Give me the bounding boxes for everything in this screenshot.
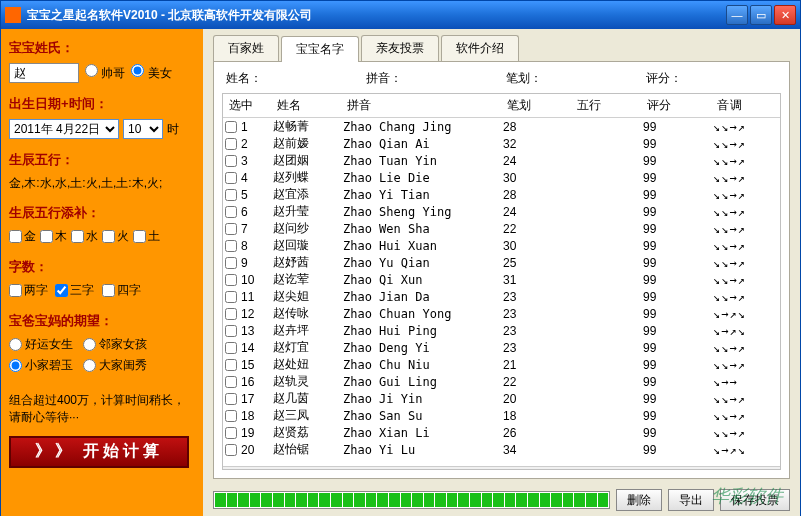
hope-label: 宝爸宝妈的期望： (9, 312, 195, 330)
table-row[interactable]: 7赵问纱Zhao Wen Sha2299↘↘→↗ (223, 220, 780, 237)
hope-c[interactable]: 小家碧玉 (9, 357, 73, 374)
row-checkbox[interactable] (225, 325, 237, 337)
row-checkbox[interactable] (225, 257, 237, 269)
window-title: 宝宝之星起名软件V2010 - 北京联高软件开发有限公司 (27, 7, 726, 24)
hope-d[interactable]: 大家闺秀 (83, 357, 147, 374)
table-row[interactable]: 17赵几茵Zhao Ji Yin2099↘↘→↗ (223, 390, 780, 407)
gender-boy[interactable]: 帅哥 (85, 64, 125, 82)
tab-2[interactable]: 亲友投票 (361, 35, 439, 61)
tab-3[interactable]: 软件介绍 (441, 35, 519, 61)
chars-four[interactable]: 四字 (102, 282, 141, 299)
row-checkbox[interactable] (225, 444, 237, 456)
row-checkbox[interactable] (225, 427, 237, 439)
wuxing-opt-土[interactable]: 土 (133, 228, 160, 245)
row-checkbox[interactable] (225, 121, 237, 133)
row-checkbox[interactable] (225, 206, 237, 218)
surname-input[interactable] (9, 63, 79, 83)
table-row[interactable]: 8赵回璇Zhao Hui Xuan3099↘↘→↗ (223, 237, 780, 254)
surname-label: 宝宝姓氏： (9, 39, 195, 57)
bottom-bar: 删除 导出 保存投票 (203, 485, 800, 516)
row-checkbox[interactable] (225, 274, 237, 286)
start-calculate-button[interactable]: 》》 开始计算 (9, 436, 189, 468)
tab-1[interactable]: 宝宝名字 (281, 36, 359, 62)
app-icon (5, 7, 21, 23)
horizontal-scrollbar[interactable] (223, 466, 780, 470)
grid-header[interactable]: 选中 姓名 拼音 笔划 五行 评分 音调 (223, 94, 780, 118)
chars-two[interactable]: 两字 (9, 282, 48, 299)
row-checkbox[interactable] (225, 393, 237, 405)
row-checkbox[interactable] (225, 342, 237, 354)
save-vote-button[interactable]: 保存投票 (720, 489, 790, 511)
wuxing-fill-label: 生辰五行添补： (9, 204, 195, 222)
wuxing-opt-金[interactable]: 金 (9, 228, 36, 245)
table-row[interactable]: 19赵贤荔Zhao Xian Li2699↘↘→↗ (223, 424, 780, 441)
row-checkbox[interactable] (225, 138, 237, 150)
table-row[interactable]: 9赵妤茜Zhao Yu Qian2599↘↘→↗ (223, 254, 780, 271)
gender-girl[interactable]: 美女 (131, 64, 171, 82)
row-checkbox[interactable] (225, 189, 237, 201)
table-row[interactable]: 6赵升莹Zhao Sheng Ying2499↘↘→↗ (223, 203, 780, 220)
minimize-button[interactable]: — (726, 5, 748, 25)
table-row[interactable]: 5赵宜添Zhao Yi Tian2899↘↘→↗ (223, 186, 780, 203)
wuxing-text: 金,木:水,水,土:火,土,土:木,火; (9, 175, 195, 192)
progress-bar (213, 491, 610, 509)
maximize-button[interactable]: ▭ (750, 5, 772, 25)
grid-body[interactable]: 1赵畅菁Zhao Chang Jing2899↘↘→↗2赵前嫒Zhao Qian… (223, 118, 780, 466)
table-row[interactable]: 16赵轨灵Zhao Gui Ling2299↘→→ (223, 373, 780, 390)
titlebar[interactable]: 宝宝之星起名软件V2010 - 北京联高软件开发有限公司 — ▭ ✕ (1, 1, 800, 29)
wuxing-checkboxes: 金 木 水 火 土 (9, 228, 195, 246)
birth-hour-select[interactable]: 10 (123, 119, 163, 139)
app-window: 宝宝之星起名软件V2010 - 北京联高软件开发有限公司 — ▭ ✕ 宝宝姓氏：… (0, 0, 801, 516)
hour-suffix: 时 (167, 121, 179, 138)
table-row[interactable]: 11赵尖妲Zhao Jian Da2399↘↘→↗ (223, 288, 780, 305)
main-panel: 百家姓宝宝名字亲友投票软件介绍 姓名： 拼音： 笔划： 评分： 选中 姓名 拼音… (203, 29, 800, 516)
hint-text: 组合超过400万，计算时间稍长，请耐心等待··· (9, 392, 195, 426)
row-checkbox[interactable] (225, 359, 237, 371)
row-checkbox[interactable] (225, 410, 237, 422)
row-checkbox[interactable] (225, 155, 237, 167)
table-row[interactable]: 4赵列蝶Zhao Lie Die3099↘↘→↗ (223, 169, 780, 186)
row-checkbox[interactable] (225, 308, 237, 320)
tab-content: 姓名： 拼音： 笔划： 评分： 选中 姓名 拼音 笔划 五行 评分 音调 (213, 61, 790, 479)
table-row[interactable]: 12赵传咏Zhao Chuan Yong2399↘→↗↘ (223, 305, 780, 322)
tab-0[interactable]: 百家姓 (213, 35, 279, 61)
table-row[interactable]: 10赵讫荤Zhao Qi Xun3199↘↘→↗ (223, 271, 780, 288)
sidebar: 宝宝姓氏： 帅哥 美女 出生日期+时间： 2011年 4月22日 10 时 生辰… (1, 29, 203, 516)
row-checkbox[interactable] (225, 240, 237, 252)
row-checkbox[interactable] (225, 291, 237, 303)
table-row[interactable]: 3赵团姻Zhao Tuan Yin2499↘↘→↗ (223, 152, 780, 169)
wuxing-opt-木[interactable]: 木 (40, 228, 67, 245)
wuxing-opt-水[interactable]: 水 (71, 228, 98, 245)
row-checkbox[interactable] (225, 172, 237, 184)
row-checkbox[interactable] (225, 376, 237, 388)
close-button[interactable]: ✕ (774, 5, 796, 25)
wuxing-label: 生辰五行： (9, 151, 195, 169)
birth-date-select[interactable]: 2011年 4月22日 (9, 119, 119, 139)
chars-label: 字数： (9, 258, 195, 276)
row-checkbox[interactable] (225, 223, 237, 235)
hope-a[interactable]: 好运女生 (9, 336, 73, 353)
table-row[interactable]: 13赵卉坪Zhao Hui Ping2399↘→↗↘ (223, 322, 780, 339)
delete-button[interactable]: 删除 (616, 489, 662, 511)
wuxing-opt-火[interactable]: 火 (102, 228, 129, 245)
chars-three[interactable]: 三字 (55, 282, 94, 299)
table-row[interactable]: 14赵灯宜Zhao Deng Yi2399↘↘→↗ (223, 339, 780, 356)
table-row[interactable]: 20赵怡锯Zhao Yi Lu3499↘→↗↘ (223, 441, 780, 458)
birth-label: 出生日期+时间： (9, 95, 195, 113)
tab-bar: 百家姓宝宝名字亲友投票软件介绍 (203, 29, 800, 61)
table-row[interactable]: 15赵处妞Zhao Chu Niu2199↘↘→↗ (223, 356, 780, 373)
name-grid: 选中 姓名 拼音 笔划 五行 评分 音调 1赵畅菁Zhao Chang Jing… (222, 93, 781, 470)
table-row[interactable]: 2赵前嫒Zhao Qian Ai3299↘↘→↗ (223, 135, 780, 152)
table-row[interactable]: 1赵畅菁Zhao Chang Jing2899↘↘→↗ (223, 118, 780, 135)
table-row[interactable]: 18赵三凤Zhao San Su1899↘↘→↗ (223, 407, 780, 424)
hope-b[interactable]: 邻家女孩 (83, 336, 147, 353)
filter-row: 姓名： 拼音： 笔划： 评分： (222, 70, 781, 87)
export-button[interactable]: 导出 (668, 489, 714, 511)
